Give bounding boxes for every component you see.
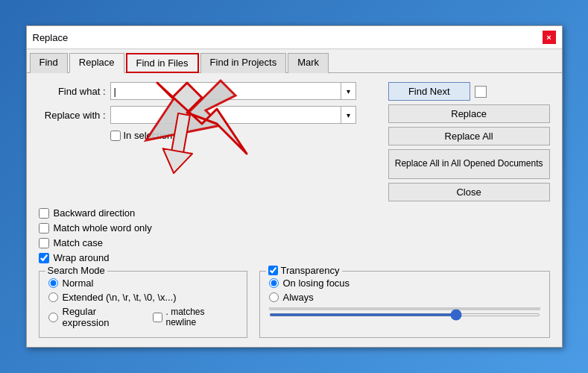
title-bar: Replace × <box>27 26 562 49</box>
backward-direction-option[interactable]: Backward direction <box>39 207 152 219</box>
extended-option[interactable]: Extended (\n, \r, \t, \0, \x...) <box>48 292 238 303</box>
transparency-slider[interactable] <box>269 313 540 316</box>
tab-find-in-files[interactable]: Find in Files <box>126 53 199 73</box>
replace-with-label: Replace with : <box>39 110 106 121</box>
options-section: Backward direction Match whole word only… <box>39 207 550 263</box>
normal-option[interactable]: Normal <box>48 278 238 289</box>
find-next-button[interactable]: Find Next <box>388 82 470 101</box>
replace-with-input[interactable] <box>110 106 341 124</box>
replace-with-dropdown[interactable]: ▾ <box>341 106 356 124</box>
replace-all-docs-button[interactable]: Replace All in All Opened Documents <box>388 149 550 179</box>
find-input-wrap: ▾ <box>110 82 356 100</box>
replace-with-row: Replace with : ▾ <box>39 106 379 124</box>
transparency-checkbox[interactable] <box>268 266 278 275</box>
in-selection-checkbox[interactable] <box>110 131 121 141</box>
find-what-row: Find what : ▾ <box>39 82 379 100</box>
match-whole-word-option[interactable]: Match whole word only <box>39 222 152 233</box>
tab-replace[interactable]: Replace <box>69 53 124 73</box>
transparency-slider-track <box>269 307 540 310</box>
replace-all-button[interactable]: Replace All <box>388 127 550 145</box>
in-selection-row: In selection <box>110 130 379 141</box>
matches-newline-checkbox[interactable] <box>153 313 162 322</box>
extended-radio[interactable] <box>48 292 58 302</box>
on-losing-focus-radio[interactable] <box>269 278 279 288</box>
transparency-title: Transparency <box>266 265 342 276</box>
on-losing-focus-option[interactable]: On losing focus <box>269 278 540 289</box>
wrap-around-checkbox[interactable] <box>39 253 49 263</box>
tab-mark[interactable]: Mark <box>288 53 329 73</box>
always-radio[interactable] <box>269 292 279 302</box>
button-column: Find Next Replace Replace All Replace Al… <box>388 82 550 201</box>
match-case-checkbox[interactable] <box>39 238 49 248</box>
normal-radio[interactable] <box>48 278 58 288</box>
match-case-option[interactable]: Match case <box>39 237 152 248</box>
close-dialog-button[interactable]: Close <box>388 183 550 201</box>
replace-input-wrap: ▾ <box>110 106 356 124</box>
close-button[interactable]: × <box>543 31 556 44</box>
find-what-input[interactable] <box>110 82 341 100</box>
wrap-around-option[interactable]: Wrap around <box>39 252 152 263</box>
find-what-label: Find what : <box>39 86 106 97</box>
replace-button[interactable]: Replace <box>388 104 550 123</box>
regex-radio[interactable] <box>48 313 58 322</box>
tab-find[interactable]: Find <box>30 53 68 73</box>
in-selection-label[interactable]: In selection <box>110 130 173 141</box>
bottom-section: Search Mode Normal Extended (\n, \r, \t,… <box>39 271 550 338</box>
find-next-checkbox[interactable] <box>475 86 487 98</box>
always-option[interactable]: Always <box>269 292 540 303</box>
tab-find-in-projects[interactable]: Find in Projects <box>200 53 287 73</box>
find-next-row: Find Next <box>388 82 550 101</box>
transparency-group: Transparency On losing focus Always <box>259 271 550 338</box>
match-whole-word-checkbox[interactable] <box>39 223 49 233</box>
checkboxes-column: Backward direction Match whole word only… <box>39 207 152 263</box>
dialog-title: Replace <box>33 32 69 43</box>
find-what-dropdown[interactable]: ▾ <box>341 82 356 100</box>
search-mode-title: Search Mode <box>45 265 107 276</box>
tab-bar: Find Replace Find in Files Find in Proje… <box>27 49 562 73</box>
regex-option[interactable]: Regular expression . matches newline <box>48 306 238 328</box>
search-mode-group: Search Mode Normal Extended (\n, \r, \t,… <box>39 271 247 338</box>
dialog-content: Find what : ▾ Replace with : ▾ <box>27 73 562 347</box>
replace-dialog: Replace × Find Replace Find in Files Fin… <box>26 25 563 348</box>
backward-direction-checkbox[interactable] <box>39 208 49 219</box>
